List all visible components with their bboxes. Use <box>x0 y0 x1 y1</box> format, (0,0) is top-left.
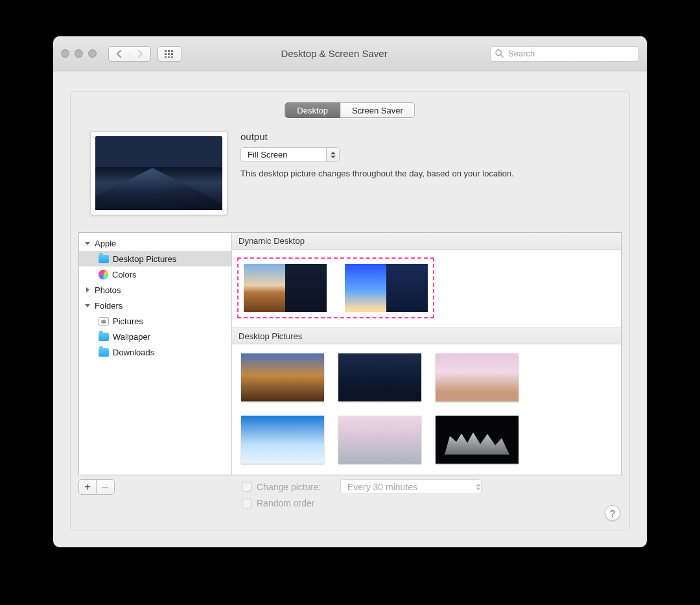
fill-mode-select[interactable]: Fill Screen <box>240 147 340 162</box>
wallpaper-hint: This desktop picture changes throughout … <box>240 169 614 178</box>
dynamic-half-day <box>345 264 386 312</box>
sidebar-item-wallpaper[interactable]: Wallpaper <box>79 329 231 344</box>
sidebar-label: Colors <box>112 270 137 279</box>
source-browser: Apple Desktop Pictures Colors Photos Fol… <box>78 232 622 475</box>
dynamic-thumb-mojave[interactable] <box>244 264 327 312</box>
search-input[interactable] <box>507 48 634 59</box>
sidebar-label: Wallpaper <box>113 332 150 342</box>
search-icon <box>495 49 504 58</box>
sidebar-item-photos[interactable]: Photos <box>79 282 231 298</box>
sidebar-item-folders[interactable]: Folders <box>79 298 231 313</box>
sidebar-item-downloads[interactable]: Downloads <box>79 344 231 360</box>
search-field[interactable] <box>490 46 639 62</box>
section-header-desktop-pictures: Desktop Pictures <box>232 327 621 344</box>
titlebar: Desktop & Screen Saver <box>53 36 647 71</box>
fill-mode-value: Fill Screen <box>241 150 326 160</box>
tab-desktop[interactable]: Desktop <box>285 102 340 118</box>
sidebar-label: Desktop Pictures <box>113 254 176 264</box>
window-controls <box>61 49 97 58</box>
change-picture-row: Change picture: Every 30 minutes <box>242 479 482 494</box>
preview-image <box>95 136 222 210</box>
tab-group: Desktop Screen Saver <box>285 102 415 118</box>
sidebar-item-colors[interactable]: Colors <box>79 267 231 282</box>
add-remove-group: + – <box>78 479 115 495</box>
svg-rect-2 <box>171 50 173 52</box>
change-interval-value: Every 30 minutes <box>341 482 476 492</box>
color-wheel-icon <box>99 270 108 279</box>
disclosure-down-icon <box>84 303 91 308</box>
nav-back-forward[interactable] <box>108 46 151 62</box>
wallpaper-thumb[interactable] <box>436 353 519 401</box>
folder-icon <box>99 333 109 341</box>
svg-rect-0 <box>165 50 167 52</box>
current-wallpaper-preview <box>90 131 228 215</box>
wallpaper-thumb[interactable] <box>338 416 421 464</box>
wallpaper-thumb[interactable] <box>241 416 324 464</box>
random-order-label: Random order <box>257 498 315 508</box>
folder-icon <box>99 348 109 357</box>
wallpaper-thumb[interactable] <box>241 353 324 401</box>
sidebar-item-apple[interactable]: Apple <box>79 235 231 251</box>
close-dot[interactable] <box>61 49 69 58</box>
dynamic-desktop-row <box>232 250 621 327</box>
disclosure-right-icon <box>84 287 91 292</box>
content-frame: Desktop Screen Saver output Fill Screen … <box>70 91 630 530</box>
thumbnail-grid: Dynamic Desktop Desktop Pictures <box>232 233 621 475</box>
sidebar-label: Apple <box>95 239 116 248</box>
change-picture-label: Change picture: <box>257 482 321 492</box>
stepper-icon <box>476 484 481 490</box>
disclosure-down-icon <box>84 241 91 246</box>
back-button[interactable] <box>109 50 130 58</box>
random-order-row: Random order <box>242 498 482 508</box>
change-picture-checkbox[interactable] <box>242 482 251 492</box>
svg-rect-8 <box>171 56 173 58</box>
svg-rect-7 <box>168 56 170 58</box>
change-interval-select[interactable]: Every 30 minutes <box>340 479 482 494</box>
show-all-button[interactable] <box>158 46 182 62</box>
dynamic-highlight <box>237 257 434 318</box>
bottom-bar: + – Change picture: Every 30 minutes Ran… <box>78 479 622 516</box>
wallpaper-thumb[interactable] <box>436 416 519 464</box>
dynamic-half-night <box>285 264 327 312</box>
svg-rect-1 <box>168 50 170 52</box>
dynamic-half-day <box>244 264 285 312</box>
svg-rect-4 <box>168 53 170 55</box>
zoom-dot[interactable] <box>88 49 97 58</box>
add-folder-button[interactable]: + <box>78 479 97 495</box>
wallpaper-info: output Fill Screen This desktop picture … <box>240 131 614 178</box>
change-picture-options: Change picture: Every 30 minutes Random … <box>242 479 482 508</box>
desktop-pictures-grid <box>232 344 621 475</box>
sidebar-label: Downloads <box>113 348 154 357</box>
sidebar-item-pictures[interactable]: Pictures <box>79 313 231 329</box>
svg-rect-3 <box>165 53 167 55</box>
sidebar-label: Folders <box>95 301 122 311</box>
svg-rect-5 <box>171 53 173 55</box>
grid-icon <box>165 50 175 58</box>
stepper-icon <box>326 147 339 162</box>
svg-line-10 <box>501 55 504 58</box>
section-header-dynamic: Dynamic Desktop <box>232 233 621 250</box>
pictures-icon <box>99 317 109 326</box>
minimize-dot[interactable] <box>75 49 83 58</box>
dynamic-half-night <box>386 264 428 312</box>
wallpaper-name: output <box>240 131 614 142</box>
help-button[interactable]: ? <box>605 505 620 521</box>
prefs-window: Desktop & Screen Saver Desktop Screen Sa… <box>53 36 647 547</box>
source-sidebar: Apple Desktop Pictures Colors Photos Fol… <box>79 233 232 475</box>
wallpaper-thumb[interactable] <box>338 353 421 401</box>
remove-folder-button[interactable]: – <box>97 479 115 495</box>
sidebar-item-desktop-pictures[interactable]: Desktop Pictures <box>79 251 231 267</box>
random-order-checkbox[interactable] <box>242 499 251 508</box>
tab-screensaver[interactable]: Screen Saver <box>340 102 415 118</box>
svg-rect-6 <box>165 56 167 58</box>
sidebar-label: Pictures <box>113 316 143 326</box>
forward-button[interactable] <box>130 50 151 58</box>
window-title: Desktop & Screen Saver <box>189 48 484 59</box>
sidebar-label: Photos <box>95 285 121 295</box>
folder-icon <box>99 255 109 263</box>
dynamic-thumb-solar[interactable] <box>345 264 428 312</box>
